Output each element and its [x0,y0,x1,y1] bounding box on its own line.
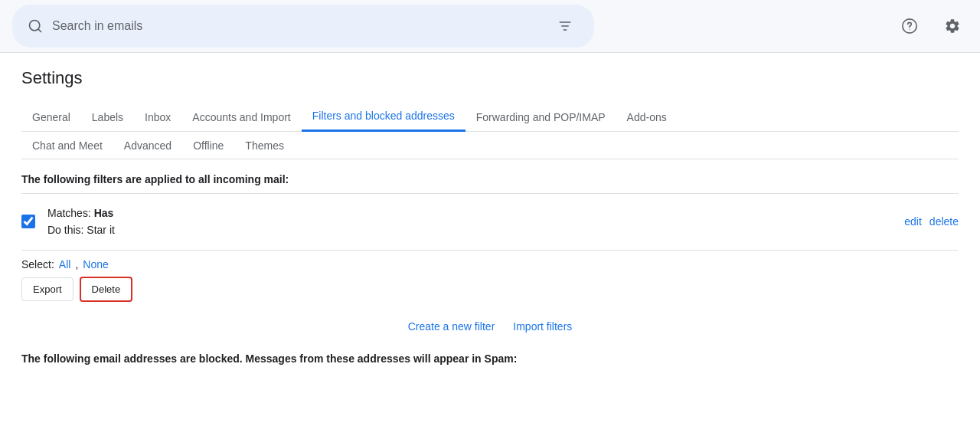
tab-accounts-import[interactable]: Accounts and Import [181,103,301,131]
delete-button[interactable]: Delete [80,277,133,302]
tabs-row-1: General Labels Inbox Accounts and Import… [21,102,959,132]
help-icon[interactable] [894,11,925,41]
filter-do-this-line: Do this: Star it [47,221,892,238]
tab-general[interactable]: General [21,103,81,131]
filter-checkbox[interactable] [21,215,35,228]
filter-delete-link[interactable]: delete [929,215,959,228]
table-row: Matches: Has Do this: Star it edit delet… [21,194,959,251]
search-bar-area: Search in emails [0,0,980,53]
tab-labels[interactable]: Labels [81,103,134,131]
filter-options-icon[interactable] [551,12,579,40]
filter-matches-value: Has [94,207,114,219]
tabs-row-2: Chat and Meet Advanced Offline Themes [21,132,959,159]
filters-section-description: The following filters are applied to all… [21,159,959,193]
search-bar[interactable]: Search in emails [12,5,594,48]
blocked-section-description: The following email addresses are blocke… [21,346,959,365]
top-right-icons [894,11,968,41]
tab-themes[interactable]: Themes [234,132,295,159]
export-button[interactable]: Export [21,277,74,301]
tab-chat-meet[interactable]: Chat and Meet [21,132,113,159]
tab-add-ons[interactable]: Add-ons [616,103,678,131]
select-label: Select: [21,258,54,270]
filter-matches-line: Matches: Has [47,205,892,221]
filter-actions: edit delete [904,215,959,228]
search-icon [28,18,43,34]
tab-offline[interactable]: Offline [182,132,234,159]
select-all-link[interactable]: All [59,258,71,270]
filter-edit-link[interactable]: edit [904,215,922,228]
create-filter-link[interactable]: Create a new filter [408,320,495,333]
search-placeholder-text: Search in emails [52,19,542,33]
filter-details: Matches: Has Do this: Star it [47,205,892,239]
settings-content: Settings General Labels Inbox Accounts a… [0,53,980,380]
filter-action-links: Create a new filter Import filters [21,313,959,346]
svg-point-1 [909,29,910,30]
tab-advanced[interactable]: Advanced [113,132,182,159]
tab-inbox[interactable]: Inbox [134,103,181,131]
filter-matches-label: Matches: [47,207,94,219]
tab-filters-blocked[interactable]: Filters and blocked addresses [302,102,466,132]
tab-forwarding[interactable]: Forwarding and POP/IMAP [466,103,616,131]
settings-icon[interactable] [937,11,968,41]
import-filters-link[interactable]: Import filters [513,320,572,333]
select-row: Select: All, None [21,251,959,277]
select-none-link[interactable]: None [83,258,108,270]
button-row: Export Delete [21,277,959,302]
filter-list: Matches: Has Do this: Star it edit delet… [21,193,959,251]
settings-title: Settings [21,68,959,88]
